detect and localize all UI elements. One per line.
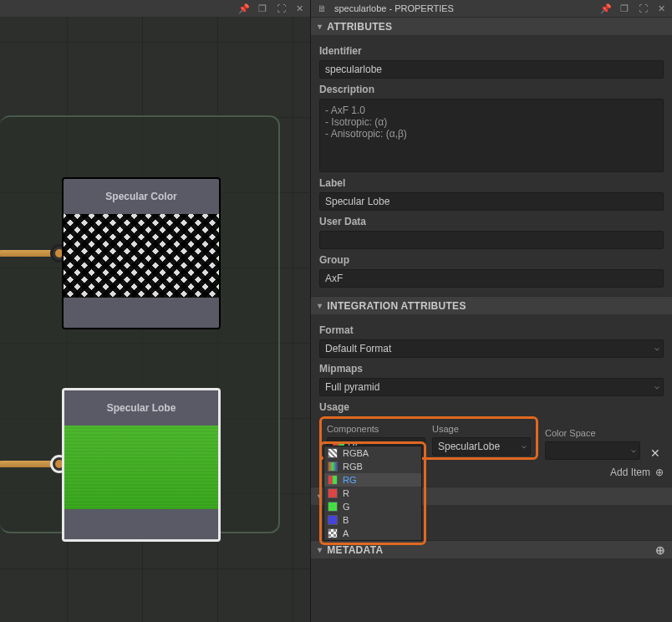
restore-icon[interactable]: ❐ [257,3,268,14]
select-mipmaps[interactable]: Full pyramid⌵ [319,378,664,396]
option-a[interactable]: A [324,527,421,540]
graph-canvas[interactable]: Specular Color Specular Lobe [0,17,310,622]
add-icon[interactable]: ⊕ [655,466,664,478]
input-userdata[interactable] [319,231,664,249]
node-footer [64,298,219,328]
label-colorspace: Color Space [545,428,640,438]
node-title: Specular Color [64,179,219,214]
section-title: INTEGRATION ATTRIBUTES [327,300,466,312]
chevron-down-icon: ▾ [318,545,322,554]
section-body-attributes: Identifier specularlobe Description - Ax… [311,35,672,296]
option-rgb[interactable]: RGB [324,460,421,473]
node-preview [64,214,219,298]
option-rgba[interactable]: RGBA [324,446,421,460]
label-usage-inner: Usage [432,424,531,434]
node-preview [64,426,218,509]
expand-icon[interactable]: ⛶ [275,3,287,14]
chevron-down-icon: ⌵ [654,343,659,352]
panel-title: specularlobe - PROPERTIES [334,3,593,13]
option-g[interactable]: G [324,500,421,513]
section-header-integration[interactable]: ▾ INTEGRATION ATTRIBUTES [311,296,672,314]
close-icon[interactable]: ✕ [293,3,305,14]
document-icon: 🗎 [316,3,328,14]
label-identifier: Identifier [319,45,664,57]
chevron-down-icon: ▾ [318,22,322,31]
add-metadata-button[interactable]: ⊕ [655,543,665,557]
input-identifier[interactable]: specularlobe [319,60,664,79]
remove-usage-button[interactable]: ✕ [647,446,664,460]
node-specular-color[interactable]: Specular Color [62,177,221,329]
label-format: Format [319,324,664,336]
properties-panel: 🗎 specularlobe - PROPERTIES 📌 ❐ ⛶ ✕ ▾ AT… [311,0,672,622]
input-group[interactable]: AxF [319,269,664,288]
section-header-attributes[interactable]: ▾ ATTRIBUTES [311,17,672,35]
expand-icon[interactable]: ⛶ [637,3,649,14]
node-specular-lobe[interactable]: Specular Lobe [62,388,221,542]
node-graph-panel: 📌 ❐ ⛶ ✕ Specular Color Specular Lobe [0,0,311,622]
label-label: Label [319,177,664,189]
right-titlebar: 🗎 specularlobe - PROPERTIES 📌 ❐ ⛶ ✕ [311,0,672,17]
label-usage: Usage [319,401,664,413]
restore-icon[interactable]: ❐ [619,3,630,14]
chevron-down-icon: ⌵ [631,445,636,454]
chevron-down-icon: ⌵ [522,441,527,450]
label-group: Group [319,254,664,266]
node-group: Specular Color Specular Lobe [0,115,280,533]
section-body-integration: Format Default Format⌵ Mipmaps Full pyra… [311,314,672,487]
select-format[interactable]: Default Format⌵ [319,339,664,358]
chevron-down-icon: ▾ [318,301,322,310]
input-description[interactable]: - AxF 1.0 - Isotropic: (α) - Anisotropic… [319,99,664,172]
input-label[interactable]: Specular Lobe [319,192,664,211]
option-r[interactable]: R [324,487,421,500]
components-dropdown-highlight: RGBA RGB RG R G B A [319,441,426,545]
label-components: Components [327,424,425,434]
select-colorspace[interactable]: ⌵ [545,441,640,460]
pin-icon[interactable]: 📌 [238,3,250,14]
select-usage[interactable]: SpecularLobe⌵ [432,437,531,456]
label-description: Description [319,84,664,95]
section-title: METADATA [327,544,383,556]
node-title: Specular Lobe [64,390,218,426]
option-b[interactable]: B [324,513,421,527]
chevron-down-icon: ⌵ [654,381,659,390]
label-userdata: User Data [319,216,664,227]
left-titlebar: 📌 ❐ ⛶ ✕ [0,0,310,17]
components-dropdown: RGBA RGB RG R G B A [323,446,422,541]
add-item-label: Add Item [610,466,650,478]
pin-icon[interactable]: 📌 [600,3,612,14]
label-mipmaps: Mipmaps [319,363,664,375]
section-title: ATTRIBUTES [327,21,392,33]
node-footer [64,509,218,539]
close-icon[interactable]: ✕ [655,3,667,14]
option-rg[interactable]: RG [324,473,421,487]
